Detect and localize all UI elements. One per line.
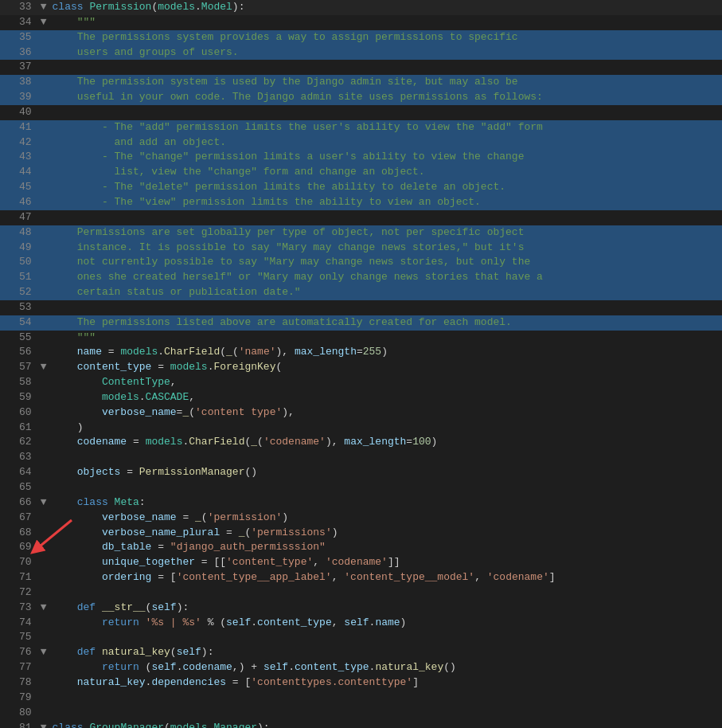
- line-number: 39: [0, 90, 38, 105]
- table-row: 33 ▼ class Permission(models.Model):: [0, 0, 722, 15]
- line-number: 68: [0, 526, 38, 541]
- code-line: def natural_key(self):: [49, 645, 722, 660]
- fold-icon: [38, 60, 49, 75]
- table-row: 65: [0, 480, 722, 495]
- table-row: 68 verbose_name_plural = _('permissions'…: [0, 526, 722, 541]
- line-number: 36: [0, 45, 38, 61]
- code-line: list, view the "change" form and change …: [49, 165, 722, 180]
- table-row: 76 ▼ def natural_key(self):: [0, 645, 722, 660]
- line-number: 77: [0, 660, 38, 675]
- line-number: 45: [0, 180, 38, 195]
- fold-icon: [38, 526, 49, 541]
- fold-icon: [38, 480, 49, 495]
- fold-icon[interactable]: ▼: [38, 15, 49, 30]
- table-row: 47: [0, 210, 722, 225]
- fold-icon[interactable]: ▼: [38, 601, 49, 616]
- table-row: 80: [0, 706, 722, 721]
- code-line: [49, 706, 722, 721]
- table-row: 53: [0, 300, 722, 315]
- fold-icon: [38, 555, 49, 570]
- line-number: 48: [0, 225, 38, 241]
- code-line: [49, 585, 722, 601]
- line-number: 40: [0, 105, 38, 120]
- code-line: [49, 630, 722, 645]
- fold-icon: [38, 255, 49, 270]
- line-number: 53: [0, 300, 38, 315]
- table-row: 61 ): [0, 421, 722, 436]
- line-number: 74: [0, 616, 38, 631]
- code-line: - The "view" permission limits the abili…: [49, 195, 722, 210]
- line-number: 34: [0, 15, 38, 30]
- code-line: instance. It is possible to say "Mary ma…: [49, 241, 722, 256]
- code-line: users and groups of users.: [49, 45, 722, 61]
- fold-icon: [38, 511, 49, 526]
- table-row: 55 """: [0, 331, 722, 346]
- table-row: 60 verbose_name=_('content type'),: [0, 405, 722, 421]
- fold-icon: [38, 165, 49, 180]
- fold-icon[interactable]: ▼: [38, 495, 49, 511]
- table-row: 77 return (self.codename,) + self.conten…: [0, 660, 722, 675]
- line-number: 76: [0, 645, 38, 660]
- table-row: 39 useful in your own code. The Django a…: [0, 90, 722, 105]
- line-number: 73: [0, 601, 38, 616]
- table-row: 35 The permissions system provides a way…: [0, 30, 722, 45]
- code-line: unique_together = [['content_type', 'cod…: [49, 555, 722, 570]
- code-line: ones she created herself" or "Mary may o…: [49, 270, 722, 285]
- line-number: 71: [0, 570, 38, 585]
- code-line: - The "add" permission limits the user's…: [49, 120, 722, 135]
- line-number: 52: [0, 285, 38, 300]
- line-number: 49: [0, 241, 38, 256]
- line-number: 47: [0, 210, 38, 225]
- fold-icon[interactable]: ▼: [38, 0, 49, 15]
- table-row: 57 ▼ content_type = models.ForeignKey(: [0, 360, 722, 375]
- table-row: 74 return '%s | %s' % (self.content_type…: [0, 616, 722, 631]
- table-row: 34 ▼ """: [0, 15, 722, 30]
- line-number: 69: [0, 540, 38, 555]
- fold-icon: [38, 570, 49, 585]
- table-row: 41 - The "add" permission limits the use…: [0, 120, 722, 135]
- fold-icon[interactable]: ▼: [38, 645, 49, 660]
- line-number: 33: [0, 0, 38, 15]
- table-row: 75: [0, 630, 722, 645]
- table-row: 59 models.CASCADE,: [0, 390, 722, 405]
- fold-icon: [38, 241, 49, 256]
- code-line: name = models.CharField(_('name'), max_l…: [49, 345, 722, 360]
- code-line: """: [49, 15, 722, 30]
- line-number: 54: [0, 315, 38, 331]
- fold-icon: [38, 30, 49, 45]
- table-row: 79: [0, 691, 722, 706]
- table-row: 42 and add an object.: [0, 135, 722, 151]
- line-number: 46: [0, 195, 38, 210]
- code-line: Permissions are set globally per type of…: [49, 225, 722, 241]
- table-row: 37: [0, 60, 722, 75]
- code-line: - The "change" permission limits a user'…: [49, 150, 722, 165]
- table-row: 51 ones she created herself" or "Mary ma…: [0, 270, 722, 285]
- code-line: [49, 105, 722, 120]
- line-number: 42: [0, 135, 38, 151]
- table-row: 70 unique_together = [['content_type', '…: [0, 555, 722, 570]
- line-number: 80: [0, 706, 38, 721]
- fold-icon: [38, 105, 49, 120]
- line-number: 55: [0, 331, 38, 346]
- code-line: ): [49, 421, 722, 436]
- line-number: 38: [0, 75, 38, 90]
- fold-icon: [38, 465, 49, 480]
- table-row: 54 The permissions listed above are auto…: [0, 315, 722, 331]
- table-row: 81 ▼ class GroupManager(models.Manager):: [0, 721, 722, 729]
- fold-icon: [38, 390, 49, 405]
- code-line: content_type = models.ForeignKey(: [49, 360, 722, 375]
- line-number: 79: [0, 691, 38, 706]
- code-line: db_table = "django_auth_permisssion": [49, 540, 722, 555]
- code-line: [49, 300, 722, 315]
- code-line: - The "delete" permission limits the abi…: [49, 180, 722, 195]
- code-line: ContentType,: [49, 375, 722, 390]
- fold-icon: [38, 345, 49, 360]
- table-row: 44 list, view the "change" form and chan…: [0, 165, 722, 180]
- code-line: ordering = ['content_type__app_label', '…: [49, 570, 722, 585]
- fold-icon: [38, 375, 49, 390]
- line-number: 56: [0, 345, 38, 360]
- code-line: return '%s | %s' % (self.content_type, s…: [49, 616, 722, 631]
- fold-icon: [38, 45, 49, 61]
- fold-icon[interactable]: ▼: [38, 721, 49, 729]
- fold-icon[interactable]: ▼: [38, 360, 49, 375]
